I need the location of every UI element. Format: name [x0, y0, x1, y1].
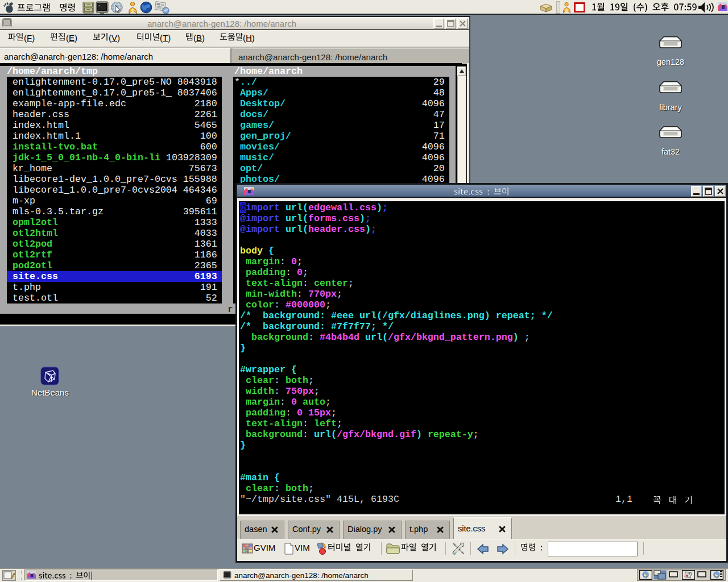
svg-text:>_: >_ [98, 4, 103, 8]
